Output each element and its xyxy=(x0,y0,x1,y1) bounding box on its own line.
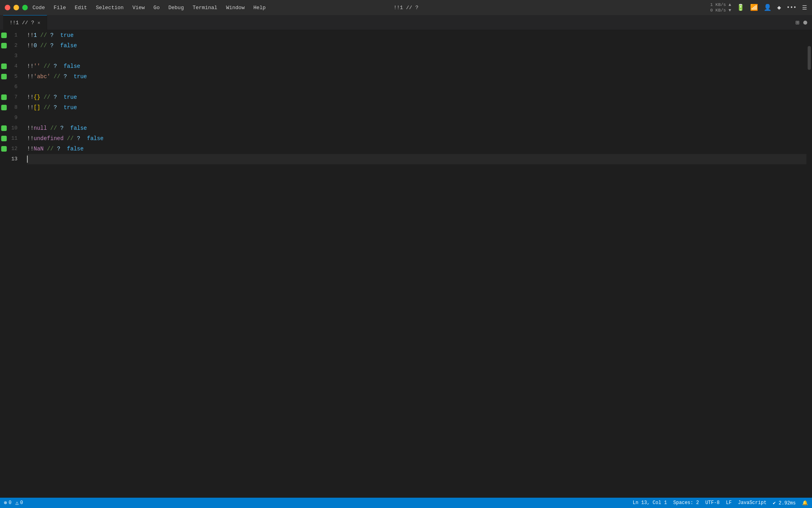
token xyxy=(57,61,64,71)
menu-view[interactable]: View xyxy=(128,3,149,12)
error-count[interactable]: ⊗ 0 △ 0 xyxy=(4,500,23,506)
token: false xyxy=(67,144,84,154)
menu-window[interactable]: Window xyxy=(222,3,249,12)
token xyxy=(57,102,64,113)
scrollbar-thumb[interactable] xyxy=(808,46,811,70)
minimize-button[interactable] xyxy=(13,5,19,10)
code-line[interactable]: !!1 // ? true xyxy=(27,30,806,40)
unsaved-indicator xyxy=(803,21,807,25)
menu-help[interactable]: Help xyxy=(249,3,270,12)
token: 0 xyxy=(34,40,37,51)
breakpoint-area[interactable] xyxy=(0,51,8,61)
code-line[interactable] xyxy=(27,82,806,92)
line-number: 10 xyxy=(8,123,24,133)
code-line[interactable] xyxy=(27,51,806,61)
menu-selection[interactable]: Selection xyxy=(92,3,128,12)
active-tab[interactable]: !!1 // ? ✕ xyxy=(3,15,47,30)
code-line[interactable]: !!NaN // ? false xyxy=(27,144,806,154)
breakpoint-area[interactable] xyxy=(0,92,8,102)
token: !! xyxy=(27,133,34,144)
statusbar-right: Ln 13, Col 1 Spaces: 2 UTF-8 LF JavaScri… xyxy=(633,500,808,506)
code-line[interactable]: !!'' // ? false xyxy=(27,61,806,71)
notification-icon[interactable]: 🔔 xyxy=(802,500,808,506)
token: 'abc' xyxy=(34,71,50,82)
token: true xyxy=(60,30,74,40)
line-number: 1 xyxy=(8,30,24,40)
statusbar-left: ⊗ 0 △ 0 xyxy=(4,500,23,506)
code-line[interactable]: !!{} // ? true xyxy=(27,92,806,102)
list-icon[interactable]: ☰ xyxy=(802,4,807,11)
menu-debug[interactable]: Debug xyxy=(165,3,188,12)
breakpoint-area[interactable] xyxy=(0,61,8,71)
breakpoint-area[interactable] xyxy=(0,102,8,113)
code-line[interactable]: !!'abc' // ? true xyxy=(27,71,806,82)
token: // xyxy=(44,144,57,154)
code-line[interactable] xyxy=(27,113,806,123)
code-line[interactable]: !!0 // ? false xyxy=(27,40,806,51)
indentation[interactable]: Spaces: 2 xyxy=(673,500,699,506)
line-number: 12 xyxy=(8,144,24,154)
scrollbar-track[interactable] xyxy=(806,30,812,498)
token xyxy=(60,144,67,154)
menu-file[interactable]: File xyxy=(50,3,70,12)
code-editor[interactable]: !!1 // ? true!!0 // ? false!!'' // ? fal… xyxy=(24,30,806,498)
close-button[interactable] xyxy=(5,5,10,10)
token: false xyxy=(60,40,77,51)
code-line[interactable] xyxy=(27,154,806,164)
encoding[interactable]: UTF-8 xyxy=(705,500,720,506)
editor[interactable]: 12345678910111213 !!1 // ? true!!0 // ? … xyxy=(0,30,812,498)
titlebar-right: 1 KB/s ▲0 KB/s ▼ 🔋 📶 👤 ◆ ••• ☰ xyxy=(710,2,807,13)
token xyxy=(67,71,74,82)
breakpoint-area[interactable] xyxy=(0,133,8,144)
line-number: 4 xyxy=(8,61,24,71)
split-editor-icon[interactable]: ⊞ xyxy=(795,18,800,27)
menubar: Code File Edit Selection View Go Debug T… xyxy=(20,0,270,15)
user-icon: 👤 xyxy=(764,4,772,12)
token: // xyxy=(40,61,54,71)
breakpoint-dot xyxy=(1,105,7,110)
breakpoint-area[interactable] xyxy=(0,123,8,133)
token: !! xyxy=(27,61,34,71)
code-line[interactable]: !![] // ? true xyxy=(27,102,806,113)
gutter-row: 3 xyxy=(0,51,24,61)
tab-close-icon[interactable]: ✕ xyxy=(37,20,40,26)
line-ending[interactable]: LF xyxy=(726,500,732,506)
gutter-row: 4 xyxy=(0,61,24,71)
line-number: 5 xyxy=(8,71,24,82)
line-number: 6 xyxy=(8,82,24,92)
more-icon[interactable]: ••• xyxy=(787,4,797,11)
line-number: 3 xyxy=(8,51,24,61)
menu-code[interactable]: Code xyxy=(29,3,49,12)
token: false xyxy=(87,133,103,144)
run-time[interactable]: ✔ 2.92ms xyxy=(773,500,796,506)
line-number: 2 xyxy=(8,40,24,51)
breakpoint-area[interactable] xyxy=(0,71,8,82)
breakpoint-area[interactable] xyxy=(0,144,8,154)
breakpoint-area[interactable] xyxy=(0,82,8,92)
breakpoint-area[interactable] xyxy=(0,113,8,123)
breakpoint-dot xyxy=(1,74,7,79)
menu-terminal[interactable]: Terminal xyxy=(189,3,221,12)
breakpoint-area[interactable] xyxy=(0,30,8,40)
token: false xyxy=(70,123,87,133)
token: !! xyxy=(27,40,34,51)
breakpoint-dot xyxy=(1,33,7,38)
gutter-row: 7 xyxy=(0,92,24,102)
token: {} xyxy=(34,92,40,102)
menu-go[interactable]: Go xyxy=(149,3,164,12)
token xyxy=(54,40,60,51)
traffic-lights[interactable] xyxy=(5,5,28,10)
cursor-position[interactable]: Ln 13, Col 1 xyxy=(633,500,667,506)
line-number: 9 xyxy=(8,113,24,123)
breakpoint-dot xyxy=(1,146,7,152)
code-line[interactable]: !!undefined // ? false xyxy=(27,133,806,144)
code-line[interactable]: !!null // ? false xyxy=(27,123,806,133)
language-mode[interactable]: JavaScript xyxy=(738,500,766,506)
token xyxy=(80,133,87,144)
menu-edit[interactable]: Edit xyxy=(71,3,91,12)
breakpoint-area[interactable] xyxy=(0,154,8,164)
maximize-button[interactable] xyxy=(22,5,28,10)
line-number: 13 xyxy=(8,154,24,164)
breakpoint-area[interactable] xyxy=(0,40,8,51)
token: true xyxy=(63,92,77,102)
